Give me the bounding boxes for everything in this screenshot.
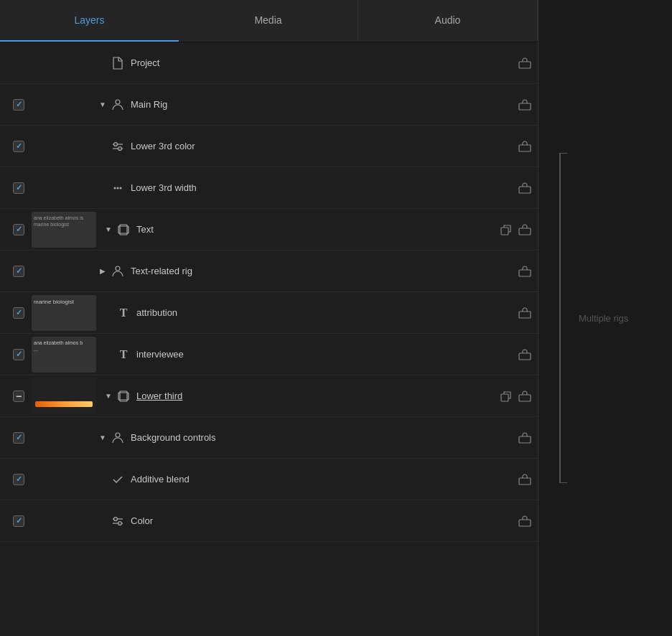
list-item: Project: [0, 42, 538, 84]
list-item: ▼ Background controls: [0, 417, 538, 459]
right-icons: [518, 56, 532, 70]
checkbox-area: [6, 307, 32, 319]
svg-point-6: [118, 146, 122, 150]
expand-arrow[interactable]: ▶: [96, 265, 109, 278]
visibility-checkbox[interactable]: [13, 474, 24, 485]
layers-list: Project ▼: [0, 42, 538, 636]
checkbox-area: [6, 224, 32, 235]
right-icons: [518, 514, 532, 528]
layer-name: Text-related rig: [131, 266, 518, 276]
visibility-checkbox[interactable]: [13, 349, 24, 360]
svg-point-1: [116, 100, 120, 104]
lock-folder-icon[interactable]: [518, 472, 532, 487]
svg-rect-15: [519, 228, 531, 235]
layer-name: Lower third: [136, 391, 499, 401]
visibility-checkbox[interactable]: [13, 432, 24, 444]
visibility-checkbox[interactable]: [13, 307, 24, 319]
lock-folder-icon[interactable]: [518, 181, 532, 195]
copy-icon[interactable]: [499, 389, 513, 403]
tab-layers[interactable]: Layers: [0, 0, 179, 42]
expand-arrow[interactable]: ▼: [96, 431, 109, 444]
svg-rect-2: [519, 103, 531, 110]
lock-folder-icon[interactable]: [518, 306, 532, 320]
svg-rect-17: [519, 270, 531, 276]
list-item: marine biologist T attribution: [0, 292, 538, 334]
layers-icon: [115, 388, 132, 405]
layer-name: attribution: [136, 307, 518, 318]
lock-folder-icon[interactable]: [518, 431, 532, 445]
checkbox-area: [6, 349, 32, 360]
right-icons: [518, 431, 532, 445]
visibility-checkbox[interactable]: [13, 515, 24, 527]
layer-name: Color: [131, 515, 518, 526]
lock-folder-icon[interactable]: [518, 514, 532, 528]
svg-point-10: [120, 187, 122, 189]
right-icons: [499, 389, 532, 403]
layer-name: Project: [131, 57, 518, 68]
list-item: ana elizabeth almos b... T interviewee: [0, 334, 538, 375]
right-icons: [518, 181, 532, 195]
checkbox-area: [6, 432, 32, 444]
right-icons: [518, 139, 532, 154]
checkbox-area: [6, 57, 32, 69]
lock-folder-icon[interactable]: [518, 264, 532, 279]
svg-point-9: [117, 187, 119, 189]
checkmark-icon: [109, 471, 126, 488]
person-icon: [109, 263, 126, 280]
list-item: ▼ Lower third: [0, 375, 538, 417]
layer-thumbnail: ana elizabeth almos b...: [32, 337, 96, 373]
lock-folder-icon[interactable]: [518, 98, 532, 112]
expand-arrow[interactable]: ▼: [102, 390, 115, 403]
file-icon: [109, 55, 126, 72]
visibility-checkbox[interactable]: [13, 182, 24, 194]
slider-icon: [109, 138, 126, 155]
list-item: Additive blend: [0, 459, 538, 500]
visibility-checkbox[interactable]: [13, 391, 24, 402]
svg-rect-0: [519, 62, 531, 68]
layer-name: interviewee: [136, 349, 518, 360]
tab-media[interactable]: Media: [179, 0, 358, 42]
layer-thumbnail: [32, 378, 96, 414]
lock-folder-icon[interactable]: [518, 389, 532, 403]
checkbox-area: [6, 141, 32, 152]
checkbox-area: [6, 266, 32, 277]
right-icons: [518, 98, 532, 112]
layer-thumbnail: ana elizabeth almos ismarine biologist: [32, 212, 96, 248]
checkbox-area: [6, 391, 32, 402]
brace-annotation: Multiple rigs: [553, 153, 628, 483]
visibility-checkbox[interactable]: [13, 141, 24, 152]
copy-icon[interactable]: [499, 223, 513, 237]
tab-audio[interactable]: Audio: [358, 0, 538, 42]
checkbox-area: [6, 474, 32, 485]
layer-name: Additive blend: [131, 474, 518, 485]
expand-arrow[interactable]: ▼: [102, 223, 115, 236]
svg-rect-19: [519, 353, 531, 360]
svg-rect-23: [519, 395, 531, 401]
layer-name: Background controls: [131, 432, 518, 443]
lock-folder-icon[interactable]: [518, 347, 532, 362]
list-item: ana elizabeth almos ismarine biologist ▼…: [0, 209, 538, 251]
right-icons: [518, 472, 532, 487]
right-icons: [499, 223, 532, 237]
lock-folder-icon[interactable]: [518, 139, 532, 154]
layer-name: Main Rig: [131, 99, 518, 110]
visibility-checkbox[interactable]: [13, 224, 24, 235]
lock-folder-icon[interactable]: [518, 223, 532, 237]
layers-panel: Layers Media Audio Project: [0, 0, 538, 636]
expand-arrow[interactable]: ▼: [96, 98, 109, 111]
text-icon: T: [115, 304, 132, 322]
svg-rect-7: [519, 145, 531, 151]
lock-folder-icon[interactable]: [518, 56, 532, 70]
brace-svg: [553, 153, 567, 483]
svg-point-8: [114, 187, 116, 189]
visibility-checkbox[interactable]: [13, 266, 24, 277]
svg-point-30: [118, 521, 122, 525]
svg-rect-18: [519, 312, 531, 318]
right-icons: [518, 264, 532, 279]
list-item: ▼ Main Rig: [0, 84, 538, 126]
svg-point-16: [116, 266, 120, 271]
svg-point-29: [114, 517, 118, 520]
visibility-checkbox[interactable]: [13, 99, 24, 111]
svg-rect-14: [501, 228, 508, 235]
svg-rect-11: [519, 187, 531, 193]
